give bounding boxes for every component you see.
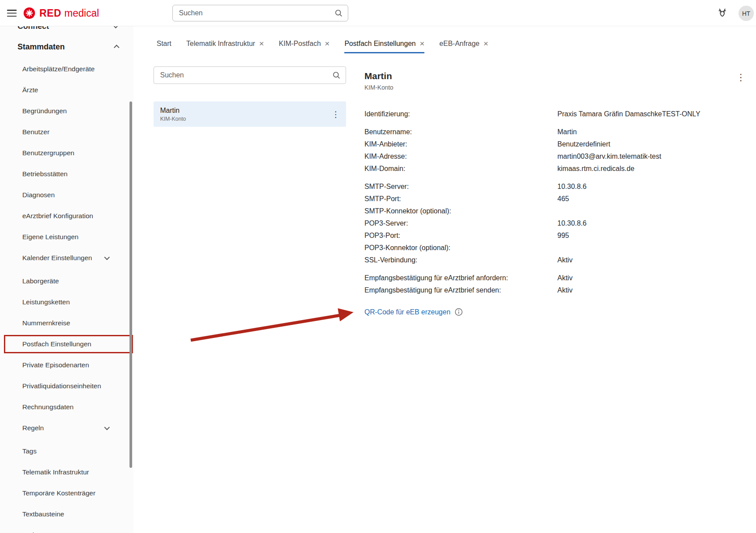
global-search-input[interactable] — [172, 5, 348, 21]
sidebar-item-tags[interactable]: Tags — [0, 441, 133, 462]
sidebar-item-vorlagen[interactable]: Vorlagen — [0, 525, 133, 533]
sidebar-item-label: Postfach Einstellungen — [22, 340, 91, 348]
field-value: 465 — [557, 193, 749, 205]
tab-start[interactable]: Start — [157, 40, 172, 53]
detail-field-row: KIM-Anbieter:Benutzerdefiniert — [364, 138, 749, 150]
sidebar-item-rzte[interactable]: Ärzte — [0, 80, 133, 101]
field-value: Aktiv — [557, 254, 749, 266]
tab-bar: StartTelematik Infrastruktur×KIM-Postfac… — [133, 26, 756, 53]
tab-close-icon[interactable]: × — [259, 39, 264, 48]
chevron-up-icon — [114, 45, 119, 50]
sidebar-item-label: Benutzer — [22, 128, 49, 136]
sidebar-item-leistungsketten[interactable]: Leistungsketten — [0, 292, 133, 313]
field-value: Benutzerdefiniert — [557, 138, 749, 150]
hamburger-menu-icon[interactable] — [7, 10, 17, 17]
detail-field-row: Benutzername:Martin — [364, 126, 749, 138]
sidebar-item-label: Connect — [18, 26, 49, 31]
sidebar-item-label: Betriebsstätten — [22, 170, 67, 178]
info-icon[interactable] — [455, 308, 463, 316]
sidebar-item-label: Kalender Einstellungen — [22, 254, 92, 262]
sidebar-item-label: Textbausteine — [22, 510, 64, 518]
detail-subtitle: KIM-Konto — [364, 84, 749, 91]
sidebar-item-textbausteine[interactable]: Textbausteine — [0, 504, 133, 525]
sidebar-item-diagnosen[interactable]: Diagnosen — [0, 185, 133, 206]
tab-close-icon[interactable]: × — [420, 39, 424, 48]
sidebar-item-tempor-re-kostentr-ger[interactable]: Temporäre Kostenträger — [0, 483, 133, 504]
detail-field-row: KIM-Domain:kimaas.rtm.ci.redicals.de — [364, 163, 749, 175]
tab-eeb-anfrage[interactable]: eEB-Anfrage× — [439, 39, 488, 53]
sidebar-item-benutzergruppen[interactable]: Benutzergruppen — [0, 143, 133, 164]
kebab-menu-icon[interactable]: ⋮ — [332, 110, 340, 118]
field-label: KIM-Domain: — [364, 163, 557, 175]
sidebar-item-label: Nummernkreise — [22, 319, 70, 327]
field-label: Empfangsbestätigung für eArztbrief anfor… — [364, 272, 557, 284]
field-value — [557, 205, 749, 217]
sidebar-item-label: Laborgeräte — [22, 277, 59, 285]
detail-field-row: Empfangsbestätigung für eArztbrief anfor… — [364, 272, 749, 284]
field-label: SSL-Verbindung: — [364, 254, 557, 266]
list-search-input[interactable] — [154, 66, 346, 84]
sidebar-item-eigene-leistungen[interactable]: Eigene Leistungen — [0, 226, 133, 247]
search-icon — [332, 71, 341, 80]
logo-text-red: RED — [39, 7, 61, 19]
sidebar: Connect Stammdaten Arbeitsplätze/Endgerä… — [0, 26, 133, 533]
sidebar-section-stammdaten[interactable]: Stammdaten — [0, 38, 133, 56]
sidebar-item-privatliquidationseinheiten[interactable]: Privatliquidationseinheiten — [0, 376, 133, 397]
sidebar-item-nummernkreise[interactable]: Nummernkreise — [0, 313, 133, 334]
sidebar-item-private-episodenarten[interactable]: Private Episodenarten — [0, 355, 133, 376]
detail-field-row: SMTP-Server:10.30.8.6 — [364, 181, 749, 193]
sidebar-item-label: Privatliquidationseinheiten — [22, 382, 101, 390]
logo-text-medical: medical — [64, 7, 99, 19]
qr-code-link[interactable]: QR-Code für eEB erzeugen — [364, 308, 451, 316]
detail-field-row: KIM-Adresse:martin003@arv.kim.telematik-… — [364, 150, 749, 163]
sidebar-item-rechnungsdaten[interactable]: Rechnungsdaten — [0, 397, 133, 418]
kebab-menu-icon[interactable]: ⋮ — [736, 73, 746, 82]
tab-telematik-infrastruktur[interactable]: Telematik Infrastruktur× — [186, 39, 264, 53]
list-item-martin[interactable]: MartinKIM-Konto⋮ — [154, 101, 346, 127]
sidebar-item-begr-ndungen[interactable]: Begründungen — [0, 101, 133, 122]
sidebar-item-arbeitspl-tze-endger-te[interactable]: Arbeitsplätze/Endgeräte — [0, 59, 133, 80]
sidebar-item-betriebsst-tten[interactable]: Betriebsstätten — [0, 164, 133, 185]
sidebar-item-label: Arbeitsplätze/Endgeräte — [22, 65, 94, 73]
sidebar-item-label: Vorlagen — [22, 531, 49, 533]
sidebar-scrollbar[interactable] — [130, 101, 132, 468]
sidebar-item-kalender-einstellungen[interactable]: Kalender Einstellungen — [0, 247, 133, 268]
field-label: KIM-Anbieter: — [364, 138, 557, 150]
deer-icon[interactable] — [716, 7, 729, 21]
field-label: Empfangsbestätigung für eArztbrief sende… — [364, 284, 557, 296]
detail-field-row: SMTP-Port:465 — [364, 193, 749, 205]
detail-header: Martin KIM-Konto ⋮ — [364, 66, 749, 91]
sidebar-item-label: Telematik Infrastruktur — [22, 468, 89, 476]
sidebar-item-earztbrief-konfiguration[interactable]: eArztbrief Konfiguration — [0, 206, 133, 226]
sidebar-item-telematik-infrastruktur[interactable]: Telematik Infrastruktur — [0, 462, 133, 483]
sidebar-section-label: Stammdaten — [18, 42, 65, 52]
field-value: Martin — [557, 126, 749, 138]
deer-icon-svg — [716, 7, 729, 20]
sidebar-item-benutzer[interactable]: Benutzer — [0, 122, 133, 143]
field-label: Benutzername: — [364, 126, 557, 138]
sidebar-item-label: Tags — [22, 447, 37, 455]
tab-close-icon[interactable]: × — [325, 39, 329, 48]
sidebar-item-regeln[interactable]: Regeln — [0, 418, 133, 439]
list-item-subtitle: KIM-Konto — [160, 116, 186, 122]
qr-row: QR-Code für eEB erzeugen — [364, 308, 749, 316]
sidebar-item-label: Regeln — [22, 424, 44, 432]
sidebar-item-label: Ärzte — [22, 86, 38, 94]
sidebar-item-label: Private Episodenarten — [22, 361, 89, 369]
tab-label: KIM-Postfach — [279, 40, 321, 48]
search-icon — [334, 9, 343, 17]
sidebar-item-label: Diagnosen — [22, 191, 55, 199]
tab-close-icon[interactable]: × — [483, 39, 488, 48]
field-label: SMTP-Server: — [364, 181, 557, 193]
field-label: Identifizierung: — [364, 108, 557, 120]
tab-postfach-einstellungen[interactable]: Postfach Einstellungen× — [344, 39, 424, 53]
sidebar-item-connect[interactable]: Connect — [0, 26, 133, 36]
field-value: 995 — [557, 230, 749, 242]
chevron-down-icon — [104, 425, 110, 430]
tab-kim-postfach[interactable]: KIM-Postfach× — [279, 39, 329, 53]
sidebar-item-laborger-te[interactable]: Laborgeräte — [0, 271, 133, 292]
avatar[interactable]: HT — [738, 6, 754, 21]
sidebar-item-postfach-einstellungen[interactable]: Postfach Einstellungen — [0, 334, 133, 355]
detail-fields: Identifizierung:Praxis Tamara Gräfin Dam… — [364, 108, 749, 296]
field-value: kimaas.rtm.ci.redicals.de — [557, 163, 749, 175]
